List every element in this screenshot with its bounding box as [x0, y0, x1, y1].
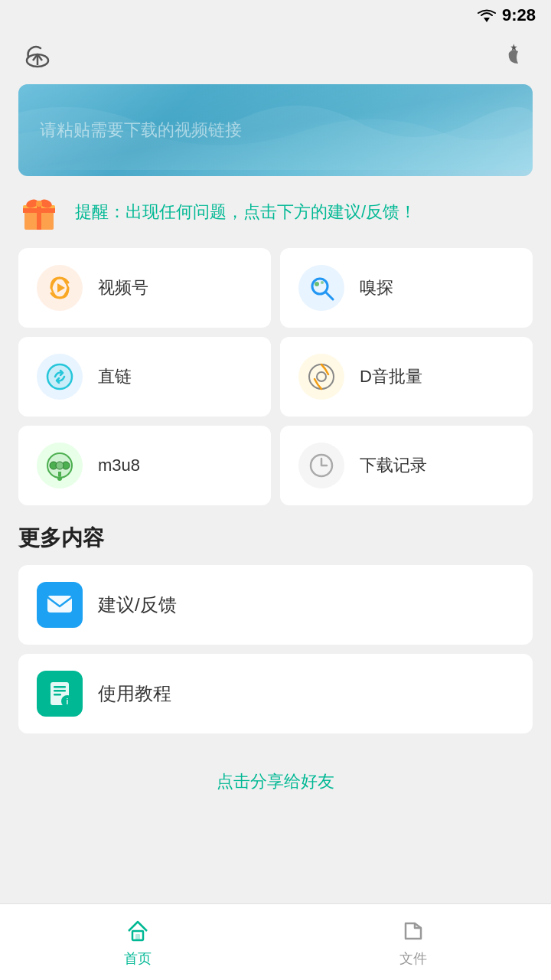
svg-rect-31 — [54, 690, 66, 692]
notice-bar: 提醒：出现任何问题，点击下方的建议/反馈！ — [0, 176, 551, 248]
url-input-banner[interactable]: 请粘贴需要下载的视频链接 — [18, 84, 533, 176]
grid-item-direct[interactable]: 直链 — [18, 337, 271, 416]
direct-icon — [37, 354, 83, 400]
status-time: 9:28 — [502, 5, 536, 25]
list-item-feedback[interactable]: 建议/反馈 — [18, 565, 533, 645]
files-icon — [399, 917, 427, 945]
d-music-label: D音批量 — [360, 365, 422, 388]
grid-item-video-num[interactable]: 视频号 — [18, 248, 271, 328]
svg-point-14 — [315, 282, 319, 286]
upload-button[interactable] — [18, 38, 57, 77]
history-label: 下载记录 — [360, 454, 427, 477]
sniff-label: 嗅探 — [360, 276, 393, 299]
svg-rect-25 — [58, 472, 61, 476]
svg-rect-32 — [54, 694, 61, 696]
grid-item-m3u8[interactable]: m3u8 — [18, 426, 271, 505]
direct-label: 直链 — [98, 365, 132, 388]
bottom-nav: 首页 文件 — [0, 903, 551, 980]
video-num-label: 视频号 — [98, 276, 148, 299]
m3u8-label: m3u8 — [98, 456, 140, 475]
video-num-icon — [37, 265, 83, 311]
more-section: 更多内容 建议/反馈 i 使用教程 — [0, 524, 551, 733]
nav-item-files[interactable]: 文件 — [276, 904, 551, 980]
grid-item-sniff[interactable]: 嗅探 — [280, 248, 533, 328]
nav-files-label: 文件 — [399, 949, 427, 968]
svg-marker-3 — [510, 44, 517, 51]
feedback-icon — [37, 582, 83, 628]
grid-item-d-music[interactable]: D音批量 — [280, 337, 533, 416]
status-bar: 9:28 — [0, 0, 551, 31]
gift-icon — [18, 191, 60, 233]
svg-rect-28 — [47, 596, 72, 612]
tutorial-label: 使用教程 — [98, 681, 171, 706]
share-link[interactable]: 点击分享给好友 — [0, 743, 551, 808]
svg-rect-36 — [135, 934, 140, 940]
upload-icon — [21, 41, 54, 74]
svg-point-18 — [309, 364, 334, 389]
feature-grid: 视频号 嗅探 直链 — [0, 248, 551, 505]
night-icon — [497, 41, 530, 74]
m3u8-icon — [37, 443, 83, 488]
svg-point-19 — [317, 372, 326, 381]
svg-line-13 — [326, 292, 333, 299]
home-icon — [124, 917, 152, 945]
svg-rect-8 — [23, 208, 55, 213]
svg-point-26 — [57, 476, 62, 481]
tutorial-icon: i — [37, 671, 83, 717]
banner-wave — [18, 84, 533, 170]
d-music-icon — [298, 354, 344, 400]
grid-item-history[interactable]: 下载记录 — [280, 426, 533, 505]
wifi-icon — [478, 8, 496, 22]
svg-point-24 — [56, 462, 64, 469]
notice-text: 提醒：出现任何问题，点击下方的建议/反馈！ — [75, 201, 416, 224]
sniff-icon — [298, 265, 344, 311]
feedback-label: 建议/反馈 — [98, 593, 177, 617]
svg-point-15 — [321, 281, 324, 284]
nav-item-home[interactable]: 首页 — [0, 904, 276, 980]
history-icon — [298, 443, 344, 488]
svg-rect-30 — [54, 686, 66, 688]
toolbar — [0, 31, 551, 84]
svg-marker-0 — [484, 18, 490, 22]
svg-text:i: i — [67, 697, 69, 706]
list-item-tutorial[interactable]: i 使用教程 — [18, 654, 533, 733]
night-mode-button[interactable] — [494, 38, 533, 77]
nav-home-label: 首页 — [124, 949, 152, 968]
svg-point-11 — [36, 201, 42, 207]
more-title: 更多内容 — [18, 524, 533, 553]
